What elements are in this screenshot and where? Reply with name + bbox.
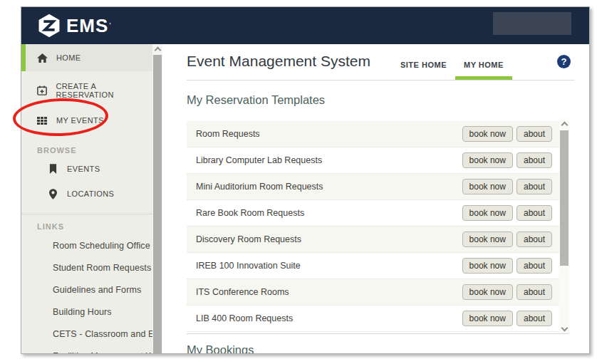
bookmark-icon xyxy=(47,164,58,174)
templates-panel: Room Requests book nowabout Library Comp… xyxy=(187,119,569,334)
template-row: Room Requests book nowabout xyxy=(187,121,559,147)
about-button[interactable]: about xyxy=(516,126,552,142)
calendar-plus-icon xyxy=(36,85,47,95)
sidebar-link[interactable]: CETS - Classroom and Events T xyxy=(21,323,152,345)
page-title: Event Management System xyxy=(187,44,370,80)
book-now-button[interactable]: book now xyxy=(462,205,513,221)
ems-logo-icon xyxy=(37,13,61,38)
sidebar-item-home[interactable]: HOME xyxy=(21,44,152,71)
templates-heading: My Reservation Templates xyxy=(187,93,575,107)
templates-scrollbar[interactable] xyxy=(559,119,569,333)
template-name: Room Requests xyxy=(196,129,260,139)
ems-logo: EMS ’ xyxy=(37,13,111,38)
template-name: Mini Auditorium Room Requests xyxy=(196,182,323,192)
about-button[interactable]: about xyxy=(516,284,552,300)
template-row: IREB 100 Innovation Suite book nowabout xyxy=(187,253,559,279)
template-row: Mini Auditorium Room Requests book nowab… xyxy=(187,174,559,200)
about-button[interactable]: about xyxy=(516,179,552,194)
template-row: Discovery Room Requests book nowabout xyxy=(187,227,559,253)
sidebar-link[interactable]: Student Room Requests xyxy=(21,257,152,279)
grid-icon xyxy=(36,117,48,125)
template-row: Library Computer Lab Requests book nowab… xyxy=(187,147,559,174)
sidebar-item-my-events[interactable]: MY EVENTS xyxy=(21,108,152,132)
about-button[interactable]: about xyxy=(516,152,552,168)
template-name: Library Computer Lab Requests xyxy=(196,155,322,165)
home-tabs: SITE HOME MY HOME xyxy=(392,61,512,80)
sidebar-item-locations[interactable]: LOCATIONS xyxy=(21,182,152,205)
book-now-button[interactable]: book now xyxy=(462,311,513,326)
sidebar-link[interactable]: Room Scheduling Office xyxy=(21,235,152,257)
bookings-heading: My Bookings xyxy=(187,343,575,353)
sidebar-item-events[interactable]: EVENTS xyxy=(21,158,152,180)
book-now-button[interactable]: book now xyxy=(462,126,513,142)
templates-scrollbar-thumb[interactable] xyxy=(560,130,569,266)
scroll-up-icon[interactable] xyxy=(154,47,161,54)
template-row: LIB 400 Room Requests book nowabout xyxy=(187,306,559,332)
sidebar-link[interactable]: Guidelines and Forms xyxy=(21,279,152,301)
book-now-button[interactable]: book now xyxy=(462,284,513,300)
sidebar-item-label: HOME xyxy=(56,53,81,62)
template-name: Discovery Room Requests xyxy=(196,234,301,244)
ems-logo-trademark: ’ xyxy=(109,22,110,30)
template-name: IREB 100 Innovation Suite xyxy=(196,261,301,271)
browser-app-frame: EMS ’ HOME xyxy=(21,6,590,354)
sidebar-link[interactable]: Building Hours xyxy=(21,301,152,323)
app-body: HOME CREATE A RESERVATIO xyxy=(21,44,589,353)
sidebar-scrollbar-thumb[interactable] xyxy=(153,55,162,353)
template-row: Rare Book Room Requests book nowabout xyxy=(187,200,559,227)
ems-logo-text: EMS xyxy=(66,16,108,35)
home-icon xyxy=(36,53,48,63)
template-name: ITS Conference Rooms xyxy=(196,287,289,297)
about-button[interactable]: about xyxy=(516,232,552,247)
template-row: ITS Conference Rooms book nowabout xyxy=(187,279,559,306)
screenshot-page: EMS ’ HOME xyxy=(0,0,597,364)
tab-site-home[interactable]: SITE HOME xyxy=(392,61,455,80)
sidebar-item-label: MY EVENTS xyxy=(56,116,104,125)
about-button[interactable]: about xyxy=(516,258,552,274)
map-pin-icon xyxy=(47,189,58,199)
user-menu-redacted[interactable] xyxy=(493,12,571,35)
book-now-button[interactable]: book now xyxy=(462,152,513,168)
sidebar-item-create-reservation[interactable]: CREATE A RESERVATION xyxy=(21,78,152,103)
about-button[interactable]: about xyxy=(516,205,552,221)
sidebar-section-links: LINKS xyxy=(37,222,152,232)
sidebar-section-browse: BROWSE xyxy=(37,146,152,156)
book-now-button[interactable]: book now xyxy=(462,179,513,194)
book-now-button[interactable]: book now xyxy=(462,258,513,274)
sidebar-divider xyxy=(21,214,152,214)
help-icon[interactable]: ? xyxy=(557,55,571,68)
book-now-button[interactable]: book now xyxy=(462,232,513,247)
main-header: Event Management System SITE HOME MY HOM… xyxy=(187,44,575,80)
about-button[interactable]: about xyxy=(516,311,552,326)
sidebar-links-list: Room Scheduling Office Student Room Requ… xyxy=(21,235,152,353)
sidebar-content: HOME CREATE A RESERVATIO xyxy=(21,44,152,353)
scroll-down-icon[interactable] xyxy=(561,325,568,332)
app-header: EMS ’ xyxy=(21,7,589,44)
template-name: LIB 400 Room Requests xyxy=(196,313,293,323)
sidebar: HOME CREATE A RESERVATIO xyxy=(21,44,162,353)
template-name: Rare Book Room Requests xyxy=(196,208,304,218)
tab-my-home[interactable]: MY HOME xyxy=(455,61,512,80)
main-content: Event Management System SITE HOME MY HOM… xyxy=(162,44,589,353)
sidebar-link[interactable]: Facilities Management Work xyxy=(21,345,152,353)
sidebar-item-label: CREATE A RESERVATION xyxy=(56,82,152,99)
sidebar-scrollbar[interactable] xyxy=(152,44,162,353)
sidebar-item-label: EVENTS xyxy=(67,165,100,173)
scroll-up-icon[interactable] xyxy=(561,122,568,129)
sidebar-item-label: LOCATIONS xyxy=(67,189,114,198)
